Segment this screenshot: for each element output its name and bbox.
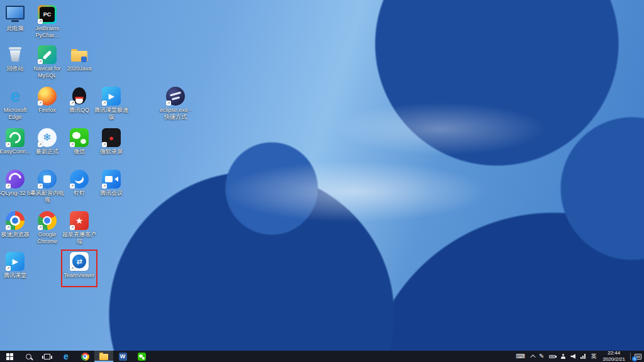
eclipse-icon: [166, 87, 185, 106]
search-button[interactable]: [19, 351, 38, 362]
desktop-icon-label: 微信: [74, 148, 85, 155]
edge-icon: e: [64, 352, 69, 361]
tray-network-button[interactable]: [578, 351, 588, 362]
taskbar-edge-button[interactable]: e: [57, 351, 75, 362]
chrome-icon: [38, 211, 57, 230]
taskbar-wechat-button[interactable]: [132, 351, 151, 362]
desktop-icon-chaoxing[interactable]: ★ 超星直播客户端: [60, 211, 98, 244]
desktop-icon-label: 2020Java: [67, 65, 91, 72]
shortcut-arrow-icon: [166, 101, 171, 106]
desktop-icon-java-folder[interactable]: 2020Java: [60, 45, 98, 72]
desktop-icon-tencent-meeting[interactable]: 腾讯会议: [92, 170, 130, 197]
shortcut-arrow-icon: [38, 101, 43, 106]
screen-recorder-icon: ●: [102, 128, 121, 147]
start-button[interactable]: [0, 351, 19, 362]
touch-keyboard-icon: ⌨: [516, 353, 525, 359]
desktop-icon-label: JetBrains PyChar...: [28, 25, 66, 38]
word-icon: W: [119, 353, 127, 361]
navicat-icon: [38, 45, 57, 64]
teamviewer-highlight-box: [61, 250, 97, 287]
baofeng-player-icon: [38, 170, 57, 189]
desktop-icon-label: 回收站: [7, 65, 24, 72]
tray-pen-button[interactable]: ✎: [536, 351, 547, 362]
task-view-icon: [44, 354, 50, 359]
desktop-icon-label: 此电脑: [7, 25, 24, 32]
edge-icon: e: [6, 87, 25, 106]
dingtalk-icon: [70, 170, 89, 189]
touch-keyboard-button[interactable]: ⌨: [514, 351, 528, 362]
tray-people-button[interactable]: [558, 351, 568, 362]
tencent-classroom-icon: ▶: [6, 252, 25, 271]
desktop-icon-label: 极速浏览器: [1, 231, 30, 238]
shortcut-arrow-icon: [6, 184, 11, 189]
taskbar-file-explorer-button[interactable]: [94, 351, 113, 362]
desktop-icon-tencent-ketang[interactable]: ▶ 腾讯课堂: [0, 252, 34, 279]
pycharm-icon: PC: [38, 5, 57, 24]
shortcut-arrow-icon: [70, 225, 75, 230]
taskbar-chrome-button[interactable]: [75, 351, 94, 362]
shortcut-arrow-icon: [38, 59, 43, 64]
taskbar-word-button[interactable]: W: [113, 351, 132, 362]
battery-icon: [549, 355, 555, 358]
folder-icon: [70, 45, 89, 64]
shortcut-arrow-icon: [6, 142, 11, 147]
clock-time: 22:44: [608, 350, 620, 356]
desktop-icon-label: Firefox: [38, 107, 56, 114]
desktop-icon-recorder[interactable]: ● 微软录屏: [92, 128, 130, 155]
network-icon: [580, 354, 586, 359]
chevron-up-icon: [530, 354, 535, 359]
folder-icon: [99, 354, 108, 360]
desktop-icon-label: eclipse.exe - 快捷方式: [157, 107, 194, 120]
desktop-icon-label: 腾讯课堂极速版: [92, 107, 130, 120]
taskbar-buttons: e W: [0, 351, 151, 362]
desktop-wallpaper: 此电脑 PC JetBrains PyChar... 回收站 Navicat f…: [0, 0, 644, 351]
shortcut-arrow-icon: [6, 266, 11, 271]
desktop-icon-label: 腾讯会议: [100, 190, 123, 197]
taskbar: e W ⌨ ✎: [0, 351, 644, 362]
task-view-button[interactable]: [38, 351, 57, 362]
recycle-bin-icon: [6, 45, 25, 64]
sqlyog-icon: [6, 170, 25, 189]
video-meeting-icon: [102, 170, 121, 189]
desktop-icon-label: 钉钉: [74, 190, 85, 197]
easyconnect-icon: [6, 128, 25, 147]
chrome-icon: [81, 353, 89, 361]
pen-icon: ✎: [539, 353, 544, 359]
desktop-icon-label: 超星直播客户端: [60, 231, 98, 244]
notification-badge: 6: [632, 356, 637, 361]
desktop-icon-ketang-speed[interactable]: ▶ 腾讯课堂极速版: [92, 87, 130, 120]
tray-volume-button[interactable]: [568, 351, 578, 362]
qq-icon: [70, 87, 89, 106]
star-live-icon: ★: [70, 211, 89, 230]
shortcut-arrow-icon: [102, 101, 107, 106]
ime-language-label: 英: [591, 353, 596, 361]
desktop-icon-label: EasyConn...: [0, 148, 31, 155]
ime-indicator[interactable]: 英: [588, 351, 599, 362]
wechat-icon: [138, 353, 146, 361]
shortcut-arrow-icon: [38, 19, 43, 24]
shortcut-arrow-icon: [38, 225, 43, 230]
shortcut-arrow-icon: [6, 225, 11, 230]
wechat-icon: [70, 128, 89, 147]
firefox-icon: [38, 87, 57, 106]
shortcut-arrow-icon: [70, 101, 75, 106]
hidden-icons-button[interactable]: [528, 351, 536, 362]
this-pc-icon: [6, 5, 25, 24]
desktop-icon-eclipse[interactable]: eclipse.exe - 快捷方式: [157, 87, 194, 120]
tray-clock[interactable]: 22:44 2020/2/21: [599, 351, 629, 362]
shortcut-arrow-icon: [38, 142, 43, 147]
clock-date: 2020/2/21: [602, 356, 625, 362]
shortcut-arrow-icon: [102, 142, 107, 147]
desktop-icon-label: 腾讯课堂: [4, 272, 26, 279]
people-icon: [560, 354, 565, 359]
desktop-icon-label: 微软录屏: [100, 148, 123, 155]
desktop-icon-pycharm[interactable]: PC JetBrains PyChar...: [28, 5, 66, 38]
desktop-icon-label: 腾讯QQ: [69, 107, 89, 114]
system-tray: ⌨ ✎ 英 22:44 2020/2/21 6: [514, 351, 644, 362]
tray-divider: [630, 353, 631, 360]
action-center-button[interactable]: 6: [632, 351, 644, 362]
tray-battery-button[interactable]: [547, 351, 558, 362]
shortcut-arrow-icon: [70, 142, 75, 147]
desktop-icon-label: 最新正式: [36, 148, 58, 155]
shortcut-arrow-icon: [102, 184, 107, 189]
